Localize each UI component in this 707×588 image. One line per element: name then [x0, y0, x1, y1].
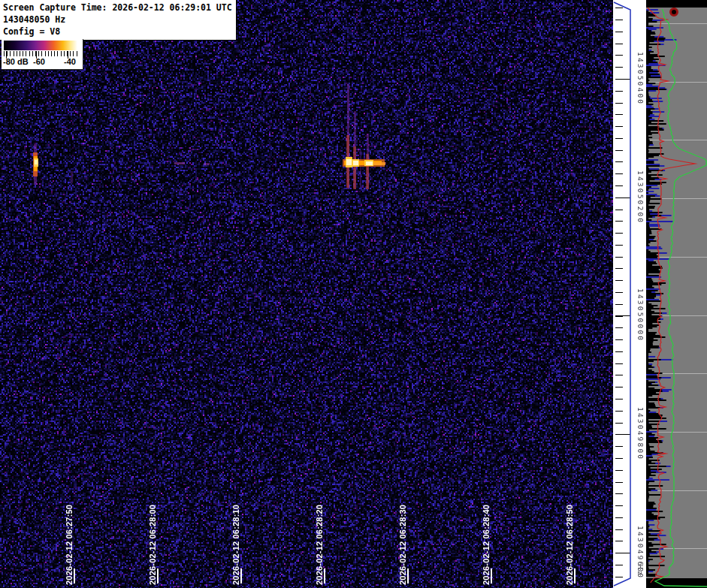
time-label: 2026-02-12 06:28:40: [482, 505, 491, 585]
time-label: 2026-02-12 06:28:00: [148, 505, 157, 585]
freq-label: 143049800: [636, 407, 645, 460]
time-tick-mark: [240, 568, 242, 583]
freq-label: 143050000: [636, 288, 645, 342]
time-tick-mark: [491, 568, 492, 583]
time-label: 2026-02-12 06:27:50: [65, 505, 74, 585]
freq-label: 143050400: [636, 52, 645, 105]
capture-time-text: Screen Capture Time: 2026-02-12 06:29:01…: [3, 2, 232, 14]
db-label-mid: -60: [33, 57, 45, 66]
capture-info-box: Screen Capture Time: 2026-02-12 06:29:01…: [0, 0, 237, 41]
time-label: 2026-02-12 06:28:20: [315, 505, 324, 585]
spectrogram-waterfall: [0, 0, 613, 588]
color-scale-legend: -80 dB -60 -40: [2, 39, 83, 70]
time-label: 2026-02-12 06:28:10: [231, 505, 240, 585]
db-label-max: -40: [64, 57, 76, 66]
color-gradient-bar: [4, 41, 80, 50]
spectrum-lab-capture: Screen Capture Time: 2026-02-12 06:29:01…: [0, 0, 707, 588]
spectrum-side-panel: [646, 0, 707, 588]
frequency-axis-labels: 143050400 143050200 143050000 143049800 …: [613, 0, 646, 588]
time-tick-mark: [157, 568, 159, 583]
time-tick-mark: [574, 568, 576, 583]
time-label: 2026-02-12 06:28:30: [398, 505, 407, 585]
time-tick-mark: [324, 568, 325, 583]
frequency-text: 143048050 Hz: [3, 14, 232, 26]
time-tick-mark: [74, 568, 75, 583]
freq-unit-label: Hz: [636, 565, 645, 577]
db-label-min: -80 dB: [3, 57, 29, 66]
time-tick-mark: [407, 568, 409, 583]
config-text: Config = V8: [3, 26, 232, 38]
freq-label: 143050200: [636, 170, 645, 224]
time-label: 2026-02-12 06:28:50: [565, 505, 574, 585]
